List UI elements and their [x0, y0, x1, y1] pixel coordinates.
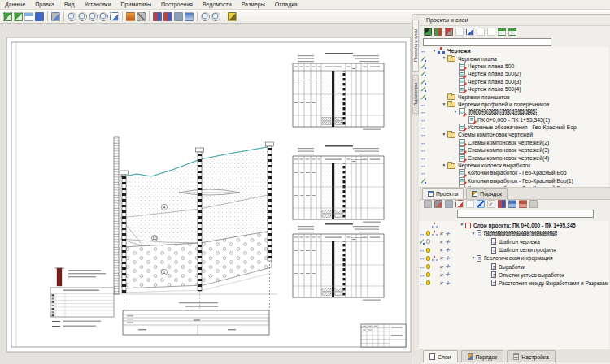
delete-mark-icon[interactable]: [439, 280, 443, 286]
move-cross-icon[interactable]: [445, 247, 449, 254]
move-cross-icon[interactable]: [445, 271, 449, 278]
delete-mark-icon[interactable]: [439, 272, 443, 278]
search-next-icon[interactable]: [211, 12, 220, 21]
open-project-icon[interactable]: [3, 12, 12, 21]
tree-item[interactable]: Чертеж плана 500(4): [419, 85, 608, 93]
tree-item[interactable]: Схемы компоновок чертежей: [419, 131, 608, 138]
visibility-arrow-icon[interactable]: [420, 170, 426, 176]
menu-data[interactable]: Данные: [0, 2, 30, 7]
layer-edit-icon[interactable]: [420, 94, 426, 100]
drawing-properties-icon[interactable]: [487, 28, 495, 36]
tree-item[interactable]: Чертежи планшетов: [419, 93, 608, 100]
fit-to-screen-icon[interactable]: [35, 12, 44, 21]
bulb-on-icon[interactable]: [426, 231, 430, 236]
side-tab-parameters[interactable]: Параметры: [412, 75, 419, 114]
tree-item[interactable]: Расстояния между Выработками и Разрезами: [419, 279, 608, 287]
chevron-down-icon[interactable]: [441, 163, 447, 168]
layer-edit-icon[interactable]: [420, 56, 426, 62]
layer-edit-icon[interactable]: [420, 86, 426, 92]
table-view-right-icon[interactable]: [508, 28, 516, 36]
bulb-on-icon[interactable]: [426, 264, 430, 269]
tree-item[interactable]: Шаблон сетки профиля: [419, 246, 608, 254]
visibility-arrow-icon[interactable]: [419, 272, 425, 278]
pan-right-icon[interactable]: [163, 12, 172, 21]
pan-view-icon[interactable]: [51, 12, 60, 21]
tab-order-bottom[interactable]: Порядок: [461, 350, 504, 362]
chevron-down-icon[interactable]: [441, 102, 447, 107]
layer-options-icon[interactable]: [529, 200, 538, 208]
visibility-arrow-icon[interactable]: [420, 102, 426, 107]
draw-on-active-layer-icon[interactable]: [477, 200, 485, 208]
table-view-left-icon[interactable]: [498, 28, 506, 36]
set-active-project-icon[interactable]: [424, 28, 432, 36]
tree-item[interactable]: Схемы компоновок чертежей(3): [419, 146, 608, 154]
tab-projects[interactable]: Проекты: [422, 188, 464, 199]
edit-layer-icon[interactable]: [498, 200, 506, 208]
delete-mark-icon[interactable]: [439, 231, 443, 236]
layer-edit-icon[interactable]: [419, 239, 425, 245]
tree-item[interactable]: Чертежи: [419, 47, 608, 54]
menu-debug[interactable]: Отладка: [270, 2, 303, 7]
tree-item[interactable]: Слои проекта: ПК 0+0,000 - ПК 1+95,345: [419, 221, 608, 229]
cut-layer-icon[interactable]: [434, 200, 442, 208]
visibility-arrow-icon[interactable]: [420, 140, 426, 145]
snap-icon[interactable]: [432, 255, 438, 261]
move-cross-icon[interactable]: [445, 239, 449, 245]
delete-mark-icon[interactable]: [439, 255, 443, 261]
tree-item[interactable]: Чертеж плана 500: [419, 63, 608, 70]
tree-item[interactable]: Чертеж плана 500(3): [419, 78, 608, 85]
tree-item[interactable]: Геологическая информация: [419, 254, 608, 262]
menu-constructions[interactable]: Построения: [156, 2, 198, 7]
visibility-arrow-icon[interactable]: [420, 147, 426, 153]
select-icon[interactable]: [424, 200, 432, 208]
snap-icon[interactable]: [432, 231, 438, 236]
chevron-down-icon[interactable]: [441, 56, 447, 61]
visibility-arrow-icon[interactable]: [419, 255, 425, 261]
move-cross-icon[interactable]: [445, 280, 449, 287]
collapse-node-icon[interactable]: [445, 28, 453, 36]
menu-dimensions[interactable]: Размеры: [237, 2, 270, 7]
tree-item[interactable]: Условные обозначения - Гео-Красный Бор: [419, 124, 608, 131]
visibility-arrow-icon[interactable]: [420, 162, 426, 168]
open-drawing-icon[interactable]: [466, 28, 474, 36]
new-drawing-icon[interactable]: [24, 12, 33, 21]
projects-filter-input[interactable]: [423, 38, 551, 46]
tree-item[interactable]: Чертежи плана: [419, 54, 608, 62]
bulb-on-icon[interactable]: [426, 280, 430, 285]
tree-item[interactable]: Чертежи профилей и поперечников: [419, 101, 608, 108]
chevron-down-icon[interactable]: [441, 132, 447, 137]
visibility-arrow-icon[interactable]: [419, 247, 425, 253]
tree-item[interactable]: Шаблон чертежа: [419, 237, 608, 245]
delete-mark-icon[interactable]: [439, 247, 443, 253]
move-cross-icon[interactable]: [445, 231, 449, 237]
drawing-canvas[interactable]: 4 10 1: [0, 23, 412, 364]
move-layer-down-icon[interactable]: [519, 200, 527, 208]
bulb-off-icon[interactable]: [426, 239, 430, 244]
page-preview-icon[interactable]: [110, 12, 119, 21]
chevron-down-icon[interactable]: [431, 49, 438, 54]
drawing-area[interactable]: 4 10 1: [0, 23, 412, 364]
expand-node-icon[interactable]: [434, 28, 442, 36]
chevron-down-icon[interactable]: [470, 232, 477, 236]
layer-edit-icon[interactable]: [420, 79, 426, 84]
layers-filter-input[interactable]: [457, 210, 594, 218]
tree-item[interactable]: Чертежи колонок выработок: [419, 162, 608, 169]
layer-edit-icon[interactable]: [420, 178, 426, 184]
visibility-arrow-icon[interactable]: [419, 280, 425, 286]
copy-layer-icon[interactable]: [445, 200, 453, 208]
edit-pencil-icon[interactable]: [228, 12, 237, 21]
pan-left-icon[interactable]: [153, 12, 162, 21]
zoom-actual-icon[interactable]: [99, 12, 108, 21]
chevron-down-icon[interactable]: [459, 223, 465, 228]
zoom-window-icon[interactable]: [89, 12, 98, 21]
visibility-arrow-icon[interactable]: [420, 109, 426, 115]
move-layer-up-icon[interactable]: [508, 200, 516, 208]
tree-item[interactable]: Схемы компоновок чертежей(2): [419, 139, 608, 146]
tree-item[interactable]: Колонки выработок - Гео-Красный Бор(1): [419, 177, 608, 184]
paste-layer-icon[interactable]: [455, 200, 464, 208]
apply-icon[interactable]: [487, 200, 495, 208]
tree-item[interactable]: Отметки устьев выработок: [419, 271, 608, 279]
visibility-arrow-icon[interactable]: [420, 155, 426, 161]
menu-view[interactable]: Вид: [59, 2, 80, 7]
tree-item[interactable]: Колонки выработок - Гео-Красный Бор: [419, 169, 608, 176]
